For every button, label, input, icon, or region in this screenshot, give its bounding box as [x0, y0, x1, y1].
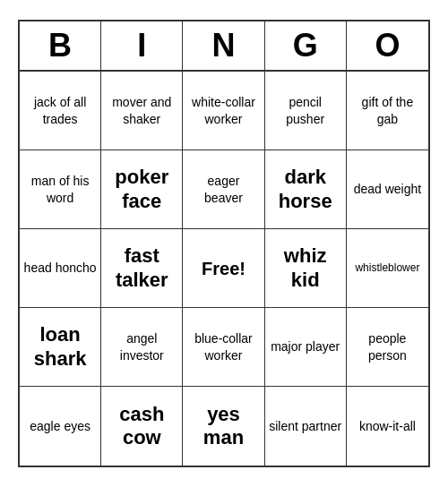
bingo-cell-19[interactable]: people person	[347, 308, 428, 387]
bingo-cell-18[interactable]: major player	[265, 308, 347, 387]
bingo-cell-15[interactable]: loan shark	[20, 308, 101, 387]
bingo-cell-5[interactable]: man of his word	[20, 150, 101, 229]
bingo-cell-13[interactable]: whiz kid	[265, 229, 347, 308]
bingo-cell-16[interactable]: angel investor	[101, 308, 183, 387]
bingo-cell-10[interactable]: head honcho	[20, 229, 101, 308]
bingo-cell-4[interactable]: gift of the gab	[347, 72, 428, 150]
bingo-cell-24[interactable]: know-it-all	[347, 387, 428, 466]
bingo-cell-6[interactable]: poker face	[101, 150, 183, 229]
bingo-cell-21[interactable]: cash cow	[101, 387, 183, 466]
bingo-cell-23[interactable]: silent partner	[265, 387, 347, 466]
bingo-cell-2[interactable]: white-collar worker	[183, 72, 264, 150]
bingo-cell-0[interactable]: jack of all trades	[20, 72, 101, 150]
bingo-grid: jack of all tradesmover and shakerwhite-…	[20, 72, 428, 466]
bingo-cell-12[interactable]: Free!	[183, 229, 264, 308]
bingo-cell-3[interactable]: pencil pusher	[265, 72, 347, 150]
bingo-cell-7[interactable]: eager beaver	[183, 150, 264, 229]
bingo-card: BINGO jack of all tradesmover and shaker…	[18, 20, 430, 467]
bingo-header: BINGO	[20, 21, 428, 72]
header-letter-n: N	[183, 21, 264, 70]
bingo-cell-1[interactable]: mover and shaker	[101, 72, 183, 150]
bingo-cell-22[interactable]: yes man	[183, 387, 264, 466]
header-letter-i: I	[101, 21, 183, 70]
bingo-cell-9[interactable]: dead weight	[347, 150, 428, 229]
bingo-cell-17[interactable]: blue-collar worker	[183, 308, 264, 387]
header-letter-o: O	[347, 21, 428, 70]
header-letter-g: G	[265, 21, 347, 70]
bingo-cell-14[interactable]: whistleblower	[347, 229, 428, 308]
bingo-cell-20[interactable]: eagle eyes	[20, 387, 101, 466]
bingo-cell-11[interactable]: fast talker	[101, 229, 183, 308]
bingo-cell-8[interactable]: dark horse	[265, 150, 347, 229]
header-letter-b: B	[20, 21, 101, 70]
